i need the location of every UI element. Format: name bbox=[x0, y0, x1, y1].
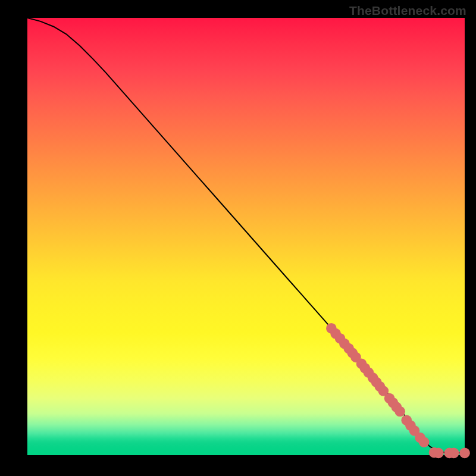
chart-frame: TheBottleneck.com bbox=[0, 0, 476, 476]
data-points bbox=[326, 323, 470, 458]
attribution-label: TheBottleneck.com bbox=[349, 4, 466, 18]
data-point bbox=[394, 406, 405, 417]
plot-area bbox=[27, 18, 465, 455]
curve-line bbox=[27, 18, 465, 453]
data-point bbox=[419, 437, 430, 447]
chart-svg bbox=[27, 18, 465, 455]
data-point bbox=[459, 448, 470, 459]
data-point bbox=[449, 448, 459, 459]
data-point bbox=[433, 448, 444, 459]
